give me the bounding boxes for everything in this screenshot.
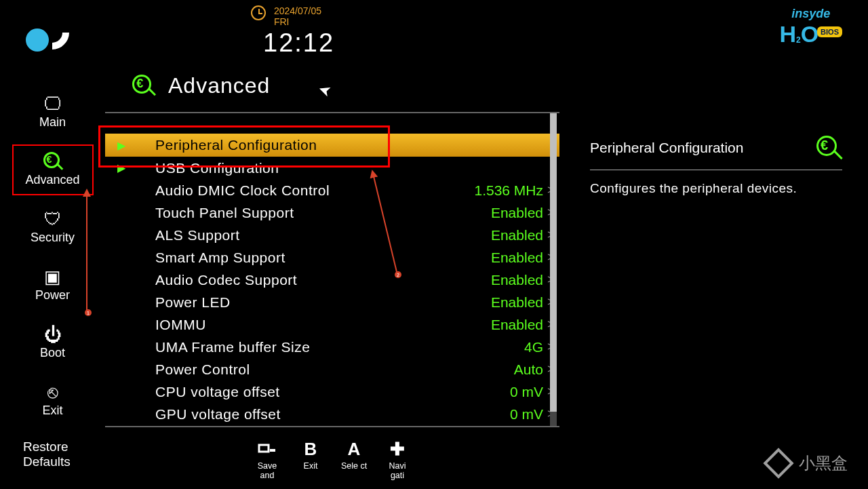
setting-value: 4G [439,339,547,355]
sidebar-item-exit[interactable]: ⎋ Exit [12,375,94,426]
plus-glyph-icon: ✚ [390,439,405,459]
setting-label: Peripheral Configuration [155,137,439,153]
vendor-sub: 2 [796,35,801,45]
bios-badge: BIOS [817,26,842,37]
svg-rect-0 [259,445,269,452]
magnifier-icon: € [815,134,842,161]
day-text: FRI [274,16,321,27]
monitor-icon: 🖵 [44,92,62,115]
sidebar-item-label: Main [39,115,66,130]
time-text: 12:12 [263,28,334,58]
settings-row[interactable]: GPU voltage offset 0 mV > [105,403,559,425]
sidebar-item-label: Boot [40,346,65,360]
settings-row[interactable]: CPU voltage offset 0 mV > [105,380,559,403]
setting-value: 0 mV [439,384,547,400]
watermark: 小黑盒 [765,450,848,477]
key-hint-save[interactable]: Save and [251,439,283,481]
key-hint-label: Exit [304,462,318,471]
sidebar-item-power[interactable]: ▣ Power [12,260,94,311]
clock-icon [251,5,266,20]
sidebar: 🖵 Main € Advanced 🛡 Security ▣ Power ⏻ B… [0,87,105,433]
setting-label: Power Control [155,361,439,378]
magnifier-icon: € [43,150,63,173]
vendor-o: O [801,21,818,47]
setting-label: IOMMU [155,317,439,333]
sidebar-item-label: Security [31,231,75,245]
settings-row[interactable]: Touch Panel Support Enabled > [105,201,559,224]
key-hint-navigate[interactable]: ✚ Navi gati [381,439,414,481]
sidebar-item-boot[interactable]: ⏻ Boot [12,317,94,368]
settings-row[interactable]: Power Control Auto > [105,358,559,380]
settings-row[interactable]: ▶ USB Configuration [105,157,559,179]
settings-row[interactable]: IOMMU Enabled > [105,313,559,336]
key-hint-select[interactable]: A Sele ct [338,439,370,471]
date-text: 2024/07/05 [274,5,321,16]
setting-value: 0 mV [439,406,547,423]
setting-value: Enabled [439,227,547,243]
setting-label: Audio Codec Support [155,272,439,288]
save-glyph-icon [258,439,277,459]
help-title: Peripheral Configuration [590,140,743,156]
setting-label: ALS Support [155,227,439,243]
setting-value: 1.536 MHz [439,182,547,199]
setting-value: Enabled [439,317,547,333]
setting-value: Enabled [439,250,547,266]
sidebar-item-label: Exit [42,404,62,418]
restore-defaults-label: Restore Defaults [23,439,71,469]
sidebar-item-advanced[interactable]: € Advanced [12,144,94,195]
sidebar-item-label: Power [35,288,70,302]
setting-label: Smart Amp Support [155,250,439,266]
submenu-arrow-icon: ▶ [117,161,155,174]
b-glyph-icon: B [304,439,317,459]
watermark-text: 小黑盒 [799,452,848,474]
magnifier-icon: € [132,74,156,98]
setting-label: Power LED [155,294,439,311]
scrollbar-thumb[interactable] [550,113,557,412]
sidebar-item-security[interactable]: 🛡 Security [12,202,94,253]
footer-key-hints: Save and B Exit A Sele ct ✚ Navi gati [105,436,559,489]
settings-row[interactable]: UMA Frame buffer Size 4G > [105,336,559,358]
key-hint-label: Save and [251,462,283,481]
setting-label: UMA Frame buffer Size [155,339,439,355]
battery-icon: ▣ [44,265,61,288]
page-title-row: € Advanced [132,73,270,98]
settings-row[interactable]: Audio Codec Support Enabled > [105,269,559,291]
settings-row[interactable]: Power LED Enabled > [105,291,559,313]
key-hint-label: Sele ct [341,462,367,471]
power-icon: ⏻ [44,323,62,346]
scrollbar-track[interactable] [550,112,557,427]
settings-row[interactable]: ALS Support Enabled > [105,224,559,246]
a-glyph-icon: A [348,439,361,459]
setting-value: Enabled [439,205,547,221]
svg-rect-1 [270,449,275,452]
key-hint-exit[interactable]: B Exit [294,439,327,471]
page-title: Advanced [168,73,270,98]
key-hint-label: Navi gati [381,462,414,481]
sidebar-item-label: Advanced [25,173,79,187]
vendor-h: H [779,21,796,47]
setting-label: GPU voltage offset [155,406,439,423]
sidebar-item-main[interactable]: 🖵 Main [12,87,94,138]
restore-defaults[interactable]: Restore Defaults [23,439,71,469]
setting-label: Touch Panel Support [155,205,439,221]
setting-label: CPU voltage offset [155,384,439,400]
setting-value: Enabled [439,294,547,311]
help-body: Configures the peripheral devices. [590,181,842,196]
exit-icon: ⎋ [47,380,58,404]
settings-list: ▶ Peripheral Configuration ▶ USB Configu… [105,112,559,427]
help-panel: Peripheral Configuration € Configures th… [590,134,842,196]
vendor-line1: insyde [779,7,842,21]
settings-row[interactable]: Audio DMIC Clock Control 1.536 MHz > [105,179,559,201]
submenu-arrow-icon: ▶ [117,139,155,152]
setting-value: Auto [439,361,547,378]
setting-label: USB Configuration [155,160,439,176]
top-bar: 2024/07/05 FRI 12:12 insyde H 2 O BIOS [0,0,868,64]
brand-logo [26,12,73,54]
watermark-icon [765,450,792,477]
settings-row[interactable]: Smart Amp Support Enabled > [105,246,559,269]
settings-row[interactable]: ▶ Peripheral Configuration [105,134,559,157]
shield-icon: 🛡 [44,208,62,231]
setting-value: Enabled [439,272,547,288]
vendor-logo: insyde H 2 O BIOS [779,7,842,47]
mouse-cursor-icon: ➤ [316,80,334,101]
